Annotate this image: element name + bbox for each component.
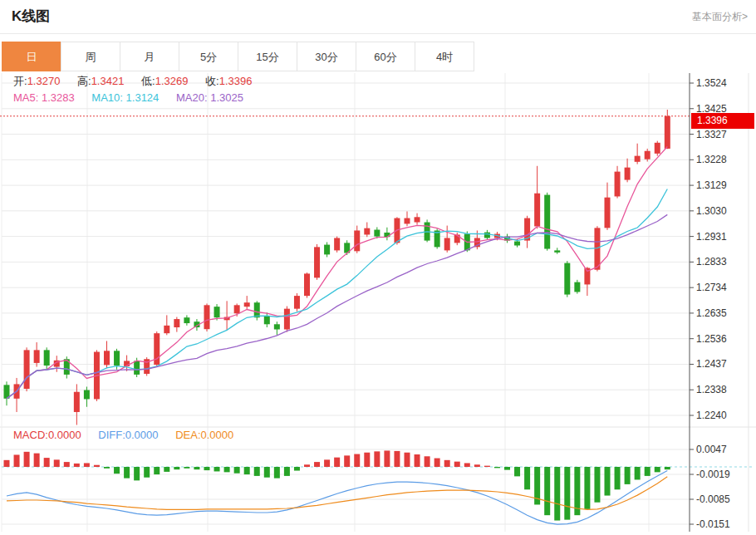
ma5-value: 1.3283: [42, 91, 75, 104]
macd-value-readout: MACD:0.0000: [13, 429, 81, 441]
tab-周[interactable]: 周: [61, 42, 120, 71]
ma20-readout: MA20: 1.3025: [176, 91, 243, 104]
macd-axis-label: -0.0019: [696, 469, 730, 480]
interval-tabs: 日周月5分15分30分60分4时: [2, 42, 474, 71]
dea-value-readout: DEA:0.0000: [175, 429, 233, 441]
price-axis-label: 1.3228: [696, 154, 727, 165]
ma10-readout: MA10: 1.3124: [91, 91, 159, 104]
ma-readout: MA5: 1.3283 MA10: 1.3124 MA20: 1.3025: [13, 91, 258, 104]
ma20-value: 1.3025: [210, 91, 243, 104]
current-price-badge: 1.3396: [691, 113, 754, 129]
price-axis-label: 1.3129: [696, 179, 727, 191]
tab-月[interactable]: 月: [120, 42, 179, 71]
dea-value: 0.0000: [201, 429, 234, 441]
macd-axis-label: -0.0085: [696, 493, 730, 505]
tab-4时[interactable]: 4时: [415, 42, 474, 71]
price-axis-label: 1.2734: [696, 282, 727, 293]
price-axis-label: 1.3030: [696, 205, 727, 217]
price-axis-label: 1.2536: [696, 333, 727, 345]
tab-5分[interactable]: 5分: [179, 42, 238, 71]
tab-60分[interactable]: 60分: [356, 42, 415, 71]
open-readout: 开:1.3270: [13, 75, 60, 87]
fundamental-analysis-link[interactable]: 基本面分析>: [692, 10, 748, 24]
macd-axis-label: 0.0047: [696, 444, 727, 455]
tab-15分[interactable]: 15分: [238, 42, 297, 71]
ohlc-readout: 开:1.3270 高:1.3421 低:1.3269 收:1.3396: [13, 74, 266, 89]
ma10-value: 1.3124: [126, 91, 160, 104]
macd-value: 0.0000: [48, 429, 81, 441]
high-readout: 高:1.3421: [77, 75, 124, 87]
diff-value-readout: DIFF:0.0000: [98, 429, 158, 441]
price-axis-label: 1.2833: [696, 256, 727, 268]
close-readout: 收:1.3396: [205, 75, 252, 87]
price-axis-label: 1.2437: [696, 358, 727, 370]
macd-axis-label: -0.0151: [696, 518, 730, 530]
low-value: 1.3269: [155, 75, 189, 87]
price-axis-label: 1.2240: [696, 410, 727, 421]
price-axis-label: 1.3524: [696, 77, 727, 89]
diff-value: 0.0000: [125, 429, 159, 441]
ma5-readout: MA5: 1.3283: [13, 91, 75, 104]
macd-readout: MACD:0.0000 DIFF:0.0000 DEA:0.0000: [13, 429, 248, 441]
tab-30分[interactable]: 30分: [297, 42, 356, 71]
price-axis-label: 1.2931: [696, 231, 727, 243]
tab-日[interactable]: 日: [2, 42, 61, 71]
kline-widget: K线图 基本面分析> 日周月5分15分30分60分4时 开:1.3270 高:1…: [0, 0, 756, 535]
widget-header: K线图 基本面分析>: [0, 0, 756, 34]
high-value: 1.3421: [91, 75, 125, 87]
open-value: 1.3270: [27, 75, 61, 87]
price-axis-label: 1.2338: [696, 384, 727, 395]
price-axis-label: 1.3327: [696, 129, 727, 140]
page-title: K线图: [12, 7, 50, 26]
low-readout: 低:1.3269: [141, 75, 188, 87]
close-value: 1.3396: [219, 75, 253, 87]
price-axis-label: 1.2635: [696, 307, 727, 319]
